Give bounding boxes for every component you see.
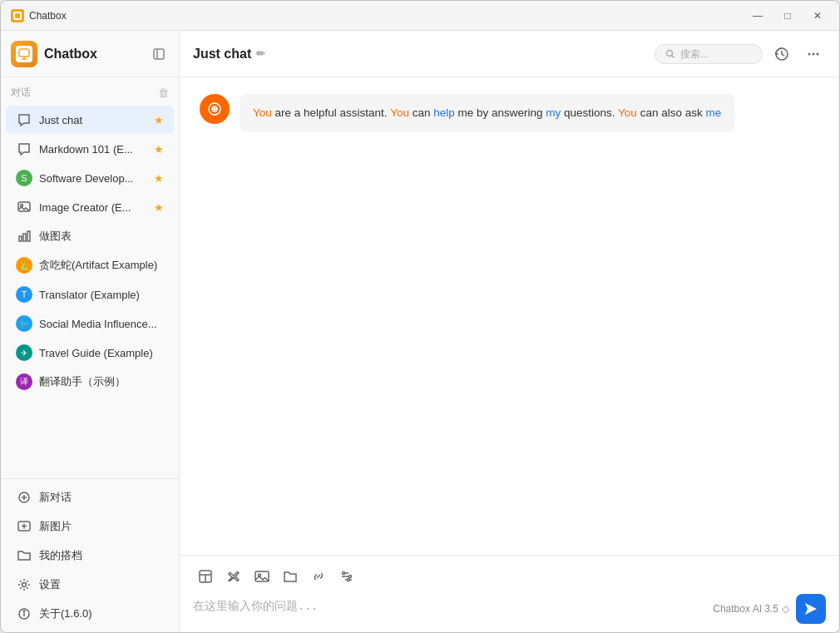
translator-avatar-icon: T (16, 286, 32, 303)
main-layout: Chatbox 对话 🗑 (1, 31, 839, 632)
svg-rect-10 (19, 236, 22, 241)
sidebar-item-label-just-chat: Just chat (39, 114, 151, 126)
chat-area: Just chat ✏ (180, 31, 839, 632)
chat-title-text: Just chat (193, 47, 251, 62)
app-name: Chatbox (44, 47, 149, 62)
delete-conversations-icon[interactable]: 🗑 (158, 87, 169, 99)
sidebar-item-label-travel: Travel Guide (Example) (39, 347, 164, 359)
titlebar: Chatbox — □ ✕ (1, 1, 839, 31)
main-window: Chatbox — □ ✕ Chatbox (0, 0, 840, 633)
system-message-bubble: You are a helpful assistant. You can hel… (240, 94, 734, 132)
clear-icon (226, 569, 241, 584)
info-icon (16, 606, 32, 622)
svg-point-28 (813, 52, 815, 55)
sidebar-item-label-chart: 做图表 (39, 229, 164, 244)
svg-point-24 (667, 50, 673, 56)
image-icon (16, 199, 32, 215)
search-box (655, 44, 763, 64)
chat-header: Just chat ✏ (180, 31, 839, 77)
link-button[interactable] (306, 564, 331, 589)
chat-title-container: Just chat ✏ (193, 47, 655, 62)
conversations-label: 对话 (11, 86, 31, 100)
sidebar-item-social[interactable]: 🐦 Social Media Influence... (6, 309, 174, 338)
clear-button[interactable] (221, 564, 246, 589)
app-titlebar-icon (11, 9, 24, 22)
sidebar-item-label-settings: 设置 (39, 577, 164, 592)
social-avatar-icon: 🐦 (16, 315, 32, 332)
sidebar-conversation-list: Just chat ★ Markdown 101 (E... ★ S (1, 103, 179, 478)
chat-bubble-icon-2 (16, 141, 32, 157)
image-plus-icon (16, 518, 32, 535)
sidebar-item-label-markdown: Markdown 101 (E... (39, 143, 151, 156)
sidebar-item-label-snake: 贪吃蛇(Artifact Example) (39, 258, 164, 273)
software-avatar-icon: S (16, 170, 32, 186)
sidebar: Chatbox 对话 🗑 (1, 31, 180, 632)
conversations-section: 对话 🗑 (1, 77, 179, 103)
sidebar-item-translator-zh[interactable]: 译 翻译助手（示例） (6, 368, 174, 396)
image-upload-button[interactable] (250, 564, 274, 589)
sidebar-item-label-image-creator: Image Creator (E... (39, 201, 151, 214)
history-icon (774, 47, 789, 62)
star-icon-software: ★ (154, 172, 164, 185)
sidebar-item-chart[interactable]: 做图表 (6, 222, 174, 250)
travel-avatar-icon: ✈ (16, 344, 32, 361)
sidebar-item-label-software: Software Develop... (39, 172, 151, 185)
svg-point-37 (349, 576, 352, 578)
link-icon (311, 569, 326, 584)
send-button[interactable] (796, 594, 826, 624)
svg-line-25 (672, 55, 674, 57)
sidebar-item-snake[interactable]: 🐍 贪吃蛇(Artifact Example) (6, 251, 174, 279)
message-row-system: You are a helpful assistant. You can hel… (200, 94, 819, 132)
svg-point-38 (343, 572, 345, 575)
svg-rect-6 (154, 49, 164, 59)
image-upload-icon (254, 569, 269, 584)
sidebar-item-label-about: 关于(1.6.0) (39, 606, 164, 621)
sidebar-item-label-my-files: 我的搭档 (39, 548, 164, 563)
window-controls: — □ ✕ (746, 7, 829, 24)
app-logo (11, 41, 37, 67)
maximize-button[interactable]: □ (776, 7, 799, 24)
svg-point-20 (22, 583, 27, 587)
close-button[interactable]: ✕ (806, 7, 829, 24)
snake-avatar-icon: 🐍 (16, 257, 32, 274)
sidebar-item-my-files[interactable]: 我的搭档 (6, 542, 174, 570)
sidebar-item-travel[interactable]: ✈ Travel Guide (Example) (6, 339, 174, 367)
chat-model-label-container[interactable]: Chatbox AI 3.5 ◇ (713, 603, 789, 615)
folder-button[interactable] (278, 564, 303, 589)
template-button[interactable] (193, 564, 218, 589)
plus-circle-icon (16, 489, 32, 506)
chat-input-row: Chatbox AI 3.5 ◇ (193, 594, 826, 624)
svg-point-29 (817, 52, 819, 55)
system-message-text: You are a helpful assistant. You can hel… (253, 106, 721, 119)
chat-input-area: Chatbox AI 3.5 ◇ (180, 555, 839, 632)
model-name: Chatbox AI 3.5 (713, 603, 778, 615)
sidebar-item-translator[interactable]: T Translator (Example) (6, 280, 174, 309)
svg-rect-12 (27, 231, 30, 241)
send-icon (803, 601, 818, 616)
settings2-icon (339, 569, 354, 584)
history-button[interactable] (769, 42, 794, 67)
app-logo-inner (16, 46, 32, 62)
chat-input[interactable] (193, 599, 706, 619)
more-icon (806, 47, 821, 62)
sidebar-item-new-chat[interactable]: 新对话 (6, 483, 174, 512)
sidebar-item-markdown[interactable]: Markdown 101 (E... ★ (6, 135, 174, 163)
sidebar-item-new-image[interactable]: 新图片 (6, 512, 174, 541)
translator-zh-avatar-icon: 译 (16, 373, 32, 390)
sidebar-item-settings[interactable]: 设置 (6, 571, 174, 599)
more-options-button[interactable] (801, 42, 826, 67)
sidebar-item-label-new-image: 新图片 (39, 519, 164, 534)
system-avatar (200, 94, 230, 124)
sidebar-item-image-creator[interactable]: Image Creator (E... ★ (6, 193, 174, 221)
edit-title-icon[interactable]: ✏ (256, 47, 265, 60)
sidebar-item-just-chat[interactable]: Just chat ★ (6, 106, 174, 134)
sidebar-item-about[interactable]: 关于(1.6.0) (6, 600, 174, 628)
titlebar-title: Chatbox (29, 10, 746, 22)
minimize-button[interactable]: — (746, 7, 769, 24)
search-input[interactable] (680, 48, 747, 60)
settings2-button[interactable] (334, 564, 359, 589)
model-icon: ◇ (782, 603, 789, 615)
sidebar-collapse-button[interactable] (149, 44, 169, 64)
svg-marker-19 (18, 551, 30, 560)
sidebar-item-software[interactable]: S Software Develop... ★ (6, 164, 174, 192)
